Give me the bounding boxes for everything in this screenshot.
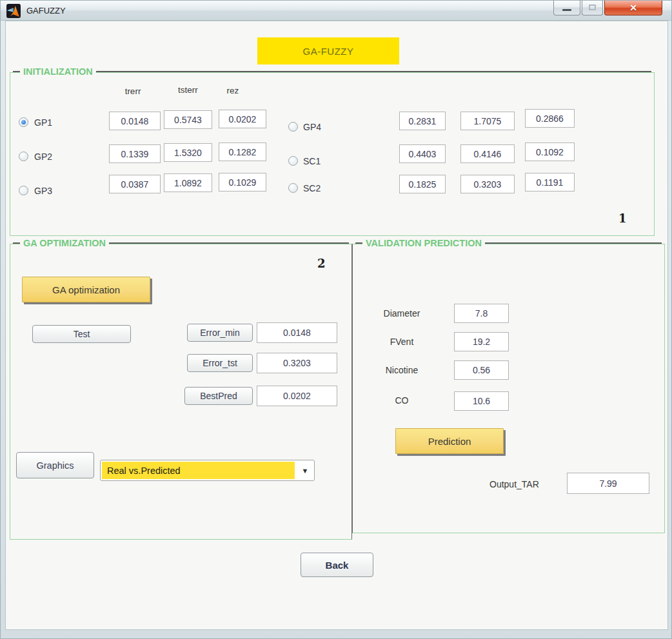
test-button[interactable]: Test	[32, 325, 131, 343]
radio-gp3-label: GP3	[34, 186, 52, 196]
radio-sc2[interactable]	[288, 183, 298, 193]
close-icon: ✕	[605, 3, 662, 13]
gp2-rez-field[interactable]: 0.1282	[219, 143, 266, 161]
matlab-wing-icon	[7, 8, 14, 12]
sc1-rez-field[interactable]: 0.1092	[525, 143, 575, 161]
prediction-button[interactable]: Prediction	[395, 428, 504, 454]
error-min-button[interactable]: Error_min	[187, 324, 253, 342]
step-2-badge: 2	[317, 257, 326, 270]
chevron-down-icon[interactable]: ▼	[296, 460, 314, 480]
minimize-icon	[562, 9, 571, 11]
diameter-label: Diameter	[370, 308, 434, 319]
sc2-trerr-field[interactable]: 0.1825	[399, 175, 446, 193]
sc1-tsterr-field[interactable]: 0.4146	[460, 144, 515, 163]
validation-prediction-panel-title: VALIDATION PREDICTION	[355, 238, 662, 248]
ga-optimization-button[interactable]: GA optimization	[22, 277, 150, 302]
gp4-trerr-field[interactable]: 0.2831	[399, 112, 446, 130]
title-bar: GAFUZZY ✕	[1, 1, 672, 21]
close-button[interactable]: ✕	[604, 1, 662, 15]
co-label: CO	[370, 395, 434, 406]
column-header-rez: rez	[220, 86, 246, 95]
ga-fuzzy-header: GA-FUZZY	[257, 37, 399, 64]
gp3-tsterr-field[interactable]: 1.0892	[164, 173, 212, 192]
radio-gp1[interactable]	[19, 117, 28, 127]
column-header-trerr: trerr	[117, 86, 149, 96]
output-tar-field[interactable]: 7.99	[567, 473, 649, 494]
gp2-tsterr-field[interactable]: 1.5320	[164, 143, 212, 162]
panel-title-dash	[13, 242, 20, 244]
radio-gp2[interactable]	[19, 152, 28, 161]
error-min-field[interactable]: 0.0148	[257, 322, 337, 343]
gp4-tsterr-field[interactable]: 1.7075	[460, 112, 515, 130]
fvent-field[interactable]: 19.2	[454, 332, 509, 351]
graphics-button[interactable]: Graphics	[16, 452, 94, 478]
gp2-trerr-field[interactable]: 0.1339	[109, 144, 161, 163]
minimize-button[interactable]	[553, 1, 580, 15]
sc1-trerr-field[interactable]: 0.4403	[399, 144, 446, 163]
panel-title-dash	[355, 242, 362, 244]
panel-title-dash	[13, 71, 20, 72]
radio-gp4-label: GP4	[303, 122, 321, 132]
maximize-icon	[589, 5, 596, 10]
radio-sc1[interactable]	[288, 156, 298, 166]
gp1-trerr-field[interactable]: 0.0148	[109, 112, 161, 130]
best-pred-field[interactable]: 0.0202	[257, 386, 337, 406]
graphics-type-dropdown[interactable]: Real vs.Predicted ▼	[100, 460, 315, 481]
radio-sc1-label: SC1	[303, 156, 321, 166]
radio-gp2-label: GP2	[34, 152, 52, 162]
fvent-label: FVent	[370, 337, 434, 347]
back-button[interactable]: Back	[301, 553, 373, 577]
panel-title-line	[109, 242, 349, 244]
co-field[interactable]: 10.6	[454, 391, 509, 411]
radio-sc2-label: SC2	[303, 183, 321, 193]
gp1-tsterr-field[interactable]: 0.5743	[164, 110, 212, 129]
radio-gp1-label: GP1	[34, 117, 52, 128]
error-tst-field[interactable]: 0.3203	[257, 353, 337, 373]
dropdown-selected-value: Real vs.Predicted	[102, 462, 295, 479]
validation-prediction-title-label: VALIDATION PREDICTION	[362, 238, 485, 248]
initialization-panel-title: INITIALIZATION	[13, 66, 651, 77]
sc2-rez-field[interactable]: 0.1191	[525, 173, 575, 192]
nicotine-label: Nicotine	[370, 365, 434, 375]
gp1-rez-field[interactable]: 0.0202	[219, 110, 266, 128]
diameter-field[interactable]: 7.8	[454, 304, 509, 323]
error-tst-button[interactable]: Error_tst	[187, 354, 253, 372]
nicotine-field[interactable]: 0.56	[454, 360, 509, 380]
gp3-rez-field[interactable]: 0.1029	[219, 173, 266, 192]
radio-gp3[interactable]	[19, 186, 28, 195]
gp3-trerr-field[interactable]: 0.0387	[109, 175, 161, 193]
matlab-app-icon	[6, 4, 21, 18]
column-header-tsterr: tsterr	[170, 85, 206, 95]
ga-optimization-title-label: GA OPTIMIZATION	[20, 238, 109, 248]
sc2-tsterr-field[interactable]: 0.3203	[460, 175, 515, 193]
ga-optimization-panel-title: GA OPTIMIZATION	[13, 238, 349, 248]
maximize-button	[582, 1, 603, 15]
window-title: GAFUZZY	[26, 6, 66, 15]
output-tar-label: Output_TAR	[489, 479, 557, 489]
radio-gp4[interactable]	[288, 122, 298, 132]
gp4-rez-field[interactable]: 0.2866	[525, 109, 575, 128]
panel-title-line	[96, 71, 651, 72]
best-pred-button[interactable]: BestPred	[184, 387, 253, 405]
gafuzzy-window: GAFUZZY ✕ GA-FUZZY INITIALIZATION trerr …	[0, 0, 672, 639]
step-1-badge: 1	[618, 211, 627, 225]
panel-title-line	[485, 242, 662, 244]
initialization-title-label: INITIALIZATION	[20, 66, 96, 77]
